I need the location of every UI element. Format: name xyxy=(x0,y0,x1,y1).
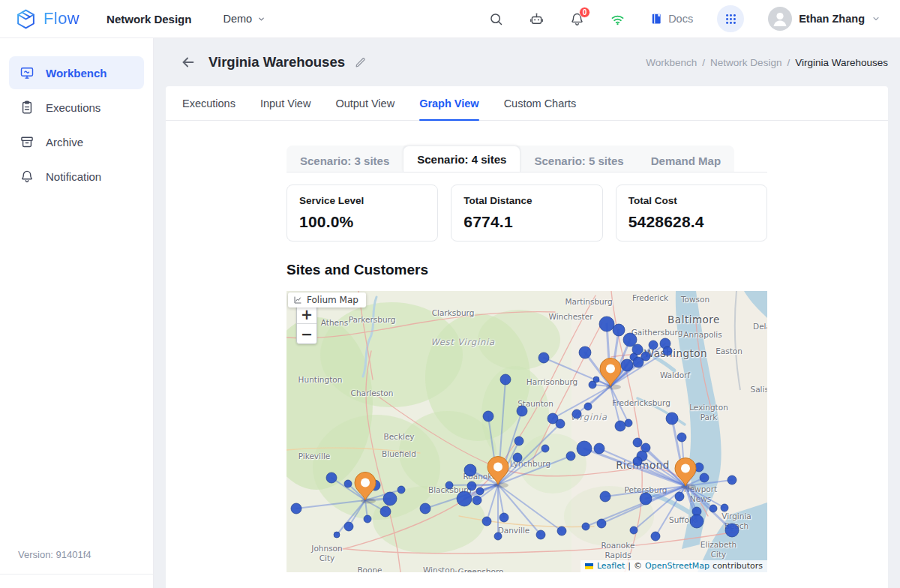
assistant-robot-icon[interactable] xyxy=(528,10,544,27)
customer-dot[interactable] xyxy=(482,517,491,526)
customer-dot[interactable] xyxy=(420,503,430,514)
customer-dot[interactable] xyxy=(675,492,684,501)
notifications-bell-icon[interactable]: 0 xyxy=(568,10,585,27)
customer-dot[interactable] xyxy=(584,403,592,410)
customer-dot[interactable] xyxy=(464,464,476,476)
chart-icon xyxy=(293,296,302,304)
sidebar-footer xyxy=(0,574,153,588)
customer-dot[interactable] xyxy=(572,410,581,418)
customer-dot[interactable] xyxy=(556,419,565,428)
customer-dot[interactable] xyxy=(640,493,652,505)
customer-dot[interactable] xyxy=(577,441,592,456)
customer-dot[interactable] xyxy=(557,526,566,536)
customer-dot[interactable] xyxy=(666,412,678,424)
sidebar-item-workbench[interactable]: Workbench xyxy=(9,56,144,89)
warehouse-marker[interactable] xyxy=(488,457,508,488)
customer-dot[interactable] xyxy=(593,376,599,382)
tab-executions[interactable]: Executions xyxy=(182,86,236,120)
osm-link[interactable]: OpenStreetMap xyxy=(645,561,710,571)
customer-dot[interactable] xyxy=(582,523,590,530)
scenario-tab-demand-map[interactable]: Demand Map xyxy=(638,150,734,172)
customer-dot[interactable] xyxy=(649,340,658,350)
customer-dot[interactable] xyxy=(513,453,522,462)
leaflet-link[interactable]: Leaflet xyxy=(597,561,625,571)
customer-dot[interactable] xyxy=(326,472,337,483)
customer-dot[interactable] xyxy=(630,526,638,534)
docs-link[interactable]: Docs xyxy=(650,12,693,26)
scenario-tab-scenario-4-sites[interactable]: Scenario: 4 sites xyxy=(403,146,520,172)
back-arrow-icon[interactable] xyxy=(180,54,196,70)
customer-dot[interactable] xyxy=(651,532,660,541)
customer-dot[interactable] xyxy=(476,488,484,495)
tab-input-view[interactable]: Input View xyxy=(260,86,310,120)
tab-graph-view[interactable]: Graph View xyxy=(419,86,479,120)
customer-dot[interactable] xyxy=(597,519,606,528)
search-icon[interactable] xyxy=(488,10,504,27)
customer-dot[interactable] xyxy=(599,316,614,332)
customer-dot[interactable] xyxy=(542,445,549,452)
customer-dot[interactable] xyxy=(334,532,340,538)
customer-dot[interactable] xyxy=(494,532,502,540)
breadcrumb-network-design[interactable]: Network Design xyxy=(710,57,782,68)
zoom-out-button[interactable]: − xyxy=(297,324,316,344)
customer-dot[interactable] xyxy=(633,357,644,368)
customer-dot[interactable] xyxy=(700,473,709,482)
customer-dot[interactable] xyxy=(594,443,604,454)
scenario-tab-scenario-5-sites[interactable]: Scenario: 5 sites xyxy=(520,150,637,172)
customer-dot[interactable] xyxy=(625,419,632,427)
warehouse-marker[interactable] xyxy=(355,472,376,504)
customer-dot[interactable] xyxy=(380,506,391,517)
apps-grid-icon[interactable] xyxy=(717,5,744,32)
customer-dot[interactable] xyxy=(383,492,397,506)
customer-dot[interactable] xyxy=(600,491,610,502)
tab-output-view[interactable]: Output View xyxy=(335,86,394,120)
customer-dot[interactable] xyxy=(398,486,405,494)
customer-dot[interactable] xyxy=(344,480,352,488)
customer-dot[interactable] xyxy=(613,324,625,336)
workspace-selector[interactable]: Demo xyxy=(223,13,266,25)
customer-dot[interactable] xyxy=(633,457,642,466)
customer-dot[interactable] xyxy=(536,530,545,539)
customer-dot[interactable] xyxy=(446,482,453,489)
user-menu[interactable]: Ethan Zhang xyxy=(768,7,880,31)
customer-dot[interactable] xyxy=(472,496,482,505)
tab-custom-charts[interactable]: Custom Charts xyxy=(504,86,577,120)
sidebar-item-executions[interactable]: Executions xyxy=(9,91,144,124)
customer-dot[interactable] xyxy=(728,476,736,484)
metric-label: Total Distance xyxy=(464,195,590,206)
customer-dot[interactable] xyxy=(514,436,524,446)
customer-dot[interactable] xyxy=(721,504,728,512)
flow-logo-icon xyxy=(15,8,37,30)
flow-logo[interactable]: Flow xyxy=(15,8,80,30)
customer-dot[interactable] xyxy=(344,522,353,531)
customer-dot[interactable] xyxy=(457,491,472,506)
customer-dot[interactable] xyxy=(500,374,511,385)
workbench-card: ExecutionsInput ViewOutput ViewGraph Vie… xyxy=(166,86,888,588)
folium-map[interactable]: AthensParkersburgClarksburgMartinsburgFr… xyxy=(286,291,767,572)
customer-dot[interactable] xyxy=(710,505,717,512)
customer-dot[interactable] xyxy=(467,482,476,490)
customer-dot[interactable] xyxy=(566,452,575,460)
sidebar-item-notification[interactable]: Notification xyxy=(9,160,144,193)
customer-dot[interactable] xyxy=(538,352,549,363)
customer-dot[interactable] xyxy=(364,515,371,523)
customer-dot[interactable] xyxy=(615,421,626,431)
customer-dot[interactable] xyxy=(291,503,302,514)
customer-dot[interactable] xyxy=(500,513,508,522)
customer-dot[interactable] xyxy=(483,411,494,422)
breadcrumb-workbench[interactable]: Workbench xyxy=(646,57,697,68)
customer-dot[interactable] xyxy=(579,346,591,358)
edit-pencil-icon[interactable] xyxy=(354,56,367,69)
customer-dot[interactable] xyxy=(690,514,704,528)
customer-dot[interactable] xyxy=(677,433,686,442)
customer-dot[interactable] xyxy=(663,346,672,356)
customer-dot[interactable] xyxy=(623,333,637,346)
customer-dot[interactable] xyxy=(725,524,739,537)
customer-dot[interactable] xyxy=(633,438,642,447)
folium-map-badge[interactable]: Folium Map xyxy=(288,292,366,308)
warehouse-marker[interactable] xyxy=(675,458,696,490)
customer-dot[interactable] xyxy=(517,406,527,416)
sidebar-item-archive[interactable]: Archive xyxy=(9,125,144,158)
customer-dot[interactable] xyxy=(621,359,633,371)
scenario-tab-scenario-3-sites[interactable]: Scenario: 3 sites xyxy=(286,150,403,172)
